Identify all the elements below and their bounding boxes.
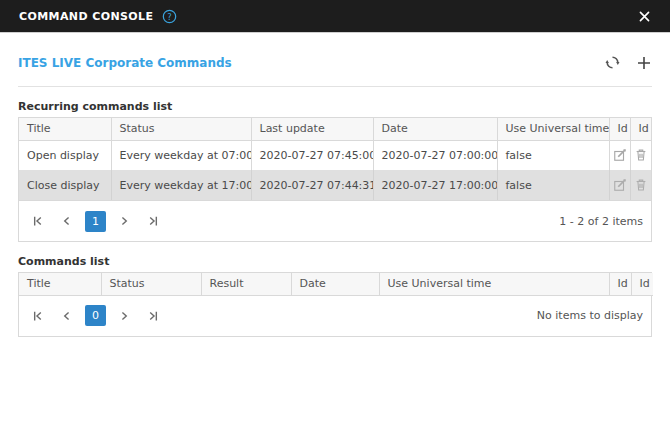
cell-status: Every weekday at 17:00 — [111, 170, 251, 200]
trash-icon[interactable] — [634, 178, 648, 192]
toolbar-icons — [604, 54, 652, 71]
last-page-icon[interactable] — [142, 210, 164, 232]
commands-grid: Title Status Result Date Use Universal t… — [18, 272, 652, 337]
cell-status: Every weekday at 07:00 — [111, 140, 251, 170]
column-header-id-edit[interactable]: Id — [609, 273, 631, 295]
recurring-header-row: Title Status Last update Date Use Univer… — [19, 118, 651, 140]
column-header-date[interactable]: Date — [291, 273, 379, 295]
prev-page-icon[interactable] — [56, 210, 78, 232]
column-header-last-update[interactable]: Last update — [251, 118, 373, 140]
current-page-button[interactable]: 1 — [85, 211, 106, 232]
column-header-result[interactable]: Result — [201, 273, 291, 295]
cell-title: Close display — [19, 170, 111, 200]
first-page-icon[interactable] — [27, 305, 49, 327]
column-header-title[interactable]: Title — [19, 118, 111, 140]
cell-last-update: 2020-07-27 07:45:00 — [251, 140, 373, 170]
next-page-icon[interactable] — [113, 305, 135, 327]
column-header-id-edit[interactable]: Id — [609, 118, 630, 140]
table-row[interactable]: Open display Every weekday at 07:00 2020… — [19, 140, 651, 170]
column-header-id-delete[interactable]: Id — [630, 118, 651, 140]
trash-icon[interactable] — [634, 148, 648, 162]
edit-icon[interactable] — [613, 178, 627, 192]
column-header-status[interactable]: Status — [111, 118, 251, 140]
dialog-titlebar: COMMAND CONSOLE ? — [0, 0, 670, 33]
column-header-universal-time[interactable]: Use Universal time — [379, 273, 609, 295]
cell-universal-time: false — [497, 170, 609, 200]
column-header-status[interactable]: Status — [101, 273, 201, 295]
cell-date: 2020-07-27 17:00:00 — [373, 170, 497, 200]
refresh-icon[interactable] — [604, 54, 621, 71]
commands-header-row: Title Status Result Date Use Universal t… — [19, 273, 653, 295]
cell-universal-time: false — [497, 140, 609, 170]
help-icon[interactable]: ? — [162, 9, 177, 24]
column-header-id-delete[interactable]: Id — [631, 273, 653, 295]
table-row[interactable]: Close display Every weekday at 17:00 202… — [19, 170, 651, 200]
cell-last-update: 2020-07-27 07:44:31 — [251, 170, 373, 200]
pager-summary: No items to display — [537, 309, 643, 322]
current-page-button[interactable]: 0 — [85, 305, 106, 326]
dialog-title: COMMAND CONSOLE — [19, 10, 153, 23]
recurring-commands-grid: Title Status Last update Date Use Univer… — [18, 117, 652, 242]
column-header-universal-time[interactable]: Use Universal time — [497, 118, 609, 140]
first-page-icon[interactable] — [27, 210, 49, 232]
recurring-commands-label: Recurring commands list — [18, 100, 652, 113]
commands-section: Commands list Title Status Result Date U… — [18, 255, 652, 337]
commands-list-label: Commands list — [18, 255, 652, 268]
console-toolbar: ITES LIVE Corporate Commands — [18, 33, 652, 87]
column-header-date[interactable]: Date — [373, 118, 497, 140]
edit-icon[interactable] — [613, 148, 627, 162]
recurring-commands-section: Recurring commands list Title Status Las… — [18, 100, 652, 242]
pager-summary: 1 - 2 of 2 items — [559, 215, 643, 228]
column-header-title[interactable]: Title — [19, 273, 101, 295]
cell-date: 2020-07-27 07:00:00 — [373, 140, 497, 170]
cell-title: Open display — [19, 140, 111, 170]
prev-page-icon[interactable] — [56, 305, 78, 327]
commands-pager: 0 No items to display — [19, 296, 651, 336]
svg-text:?: ? — [168, 11, 172, 21]
next-page-icon[interactable] — [113, 210, 135, 232]
plus-icon[interactable] — [636, 55, 652, 71]
close-icon[interactable] — [638, 10, 651, 23]
recurring-pager: 1 1 - 2 of 2 items — [19, 200, 651, 241]
last-page-icon[interactable] — [142, 305, 164, 327]
corporate-commands-link[interactable]: ITES LIVE Corporate Commands — [18, 56, 232, 70]
